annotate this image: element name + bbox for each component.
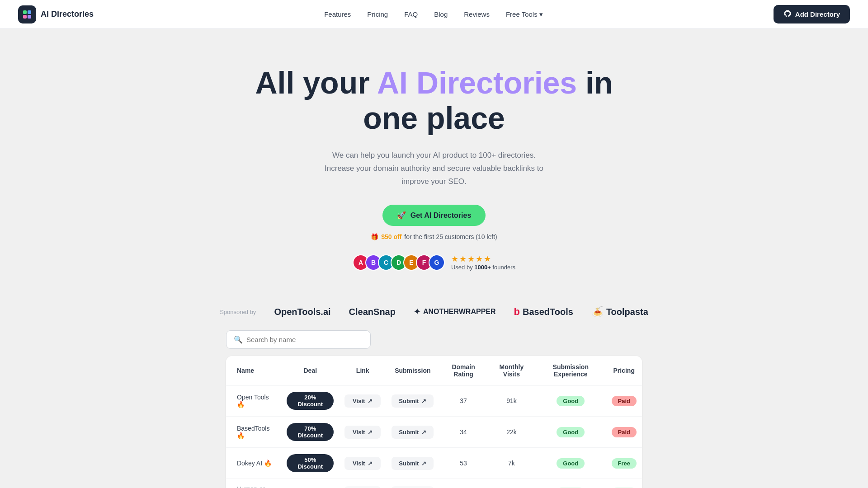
- add-directory-button[interactable]: Add Directory: [774, 5, 850, 23]
- sponsor-basedtools: b BasedTools: [514, 306, 573, 318]
- cell-monthly-visits: 7k: [488, 448, 535, 479]
- cell-experience: Good: [535, 448, 606, 479]
- pricing-badge: Free: [612, 458, 637, 469]
- search-input[interactable]: [246, 336, 363, 343]
- col-domain-rating: Domain Rating: [439, 356, 487, 385]
- cell-visit: Visit ↗: [339, 448, 386, 479]
- social-proof: ABCDEFG ★★★★★ Used by 1000+ founders: [240, 254, 628, 271]
- cell-submit: Submit ↗: [386, 417, 439, 448]
- deal-badge: 50% Discount: [287, 454, 334, 472]
- logo-link[interactable]: AI Directories: [18, 5, 94, 23]
- cell-pricing: Paid: [606, 417, 642, 448]
- cell-submit: Submit ↗: [386, 385, 439, 417]
- table-row: BasedTools 🔥70% DiscountVisit ↗Submit ↗3…: [226, 417, 642, 448]
- pricing-badge: Paid: [612, 427, 637, 437]
- directory-table: Name Deal Link Submission Domain Rating …: [226, 356, 642, 488]
- get-ai-directories-button[interactable]: 🚀 Get AI Directories: [382, 205, 486, 226]
- nav-reviews[interactable]: Reviews: [464, 10, 490, 18]
- cell-visit: Visit ↗: [339, 479, 386, 488]
- nav-free-tools[interactable]: Free Tools ▾: [506, 10, 543, 19]
- nav-features[interactable]: Features: [324, 10, 351, 18]
- gift-icon: 🎁: [371, 233, 378, 240]
- submit-button[interactable]: Submit ↗: [392, 457, 434, 470]
- col-monthly-visits: Monthly Visits: [488, 356, 535, 385]
- sponsor-opentools: OpenTools.ai: [274, 307, 330, 317]
- avatar: G: [429, 254, 445, 271]
- deal-badge: 70% Discount: [287, 423, 334, 441]
- navbar: AI Directories Features Pricing FAQ Blog…: [0, 0, 868, 29]
- cell-domain-rating: 37: [439, 385, 487, 417]
- cell-deal: 50% Discount: [281, 448, 339, 479]
- sponsor-toolpasta: 🍝 Toolpasta: [591, 306, 648, 318]
- cell-experience: Good: [535, 385, 606, 417]
- cell-pricing: Free: [606, 479, 642, 488]
- col-link: Link: [339, 356, 386, 385]
- nav-blog[interactable]: Blog: [434, 10, 448, 18]
- svg-rect-0: [23, 10, 27, 14]
- svg-rect-2: [23, 15, 27, 19]
- nav-faq[interactable]: FAQ: [404, 10, 418, 18]
- cell-name: Open Tools 🔥: [226, 385, 281, 417]
- logo-icon: [18, 5, 36, 23]
- svg-rect-3: [28, 15, 31, 19]
- rocket-icon: 🚀: [397, 211, 406, 220]
- founders-text: Used by 1000+ founders: [451, 264, 515, 271]
- cell-domain-rating: 35: [439, 479, 487, 488]
- external-link-icon: ↗: [421, 460, 426, 467]
- col-pricing: Pricing: [606, 356, 642, 385]
- external-link-icon: ↗: [421, 429, 426, 436]
- hero-subtitle: We can help you launch your AI product t…: [316, 149, 552, 188]
- experience-badge: Good: [557, 427, 585, 437]
- sponsor-cleansnap: CleanSnap: [349, 307, 396, 317]
- directory-table-section: 🔍 Name Deal Link Submission Domain Ratin…: [208, 330, 660, 488]
- search-box[interactable]: 🔍: [226, 330, 371, 349]
- col-name: Name: [226, 356, 281, 385]
- sponsored-by-label: Sponsored by: [220, 309, 256, 315]
- cell-monthly-visits: 22k: [488, 417, 535, 448]
- cell-deal: 20% Discount: [281, 385, 339, 417]
- submit-button[interactable]: Submit ↗: [392, 394, 434, 408]
- experience-badge: Good: [557, 458, 585, 469]
- cell-name: Human-or-Not: [226, 479, 281, 488]
- hero-section: All your AI Directories in one place We …: [231, 29, 637, 293]
- cell-name: Dokey AI 🔥: [226, 448, 281, 479]
- external-link-icon: ↗: [421, 398, 426, 404]
- external-link-icon: ↗: [368, 398, 373, 404]
- cell-deal: [281, 479, 339, 488]
- cell-visit: Visit ↗: [339, 417, 386, 448]
- avatar-group: ABCDEFG: [353, 254, 445, 271]
- nav-links: Features Pricing FAQ Blog Reviews Free T…: [324, 10, 543, 19]
- cell-monthly-visits: 50k: [488, 479, 535, 488]
- discount-row: 🎁 $50 off for the first 25 customers (10…: [240, 233, 628, 240]
- cell-visit: Visit ↗: [339, 385, 386, 417]
- cell-experience: Good: [535, 417, 606, 448]
- sponsor-anotherwrapper: ✦ ANOTHERWRAPPER: [414, 307, 496, 317]
- external-link-icon: ↗: [368, 460, 373, 467]
- cell-pricing: Paid: [606, 385, 642, 417]
- chevron-down-icon: ▾: [539, 10, 543, 19]
- table-row: Human-or-NotVisit ↗Submit ↗3550kGoodFree: [226, 479, 642, 488]
- table-row: Dokey AI 🔥50% DiscountVisit ↗Submit ↗537…: [226, 448, 642, 479]
- cell-domain-rating: 34: [439, 417, 487, 448]
- stars-info: ★★★★★ Used by 1000+ founders: [451, 254, 515, 271]
- visit-button[interactable]: Visit ↗: [344, 486, 381, 488]
- pricing-badge: Paid: [612, 396, 637, 406]
- visit-button[interactable]: Visit ↗: [344, 394, 381, 408]
- hero-title: All your AI Directories in one place: [240, 65, 628, 136]
- cell-pricing: Free: [606, 448, 642, 479]
- submit-button[interactable]: Submit ↗: [392, 426, 434, 439]
- search-icon: 🔍: [234, 335, 243, 344]
- cell-submit: Submit ↗: [386, 479, 439, 488]
- cell-domain-rating: 53: [439, 448, 487, 479]
- cell-submit: Submit ↗: [386, 448, 439, 479]
- col-submission: Submission: [386, 356, 439, 385]
- nav-pricing[interactable]: Pricing: [367, 10, 388, 18]
- logo-text: AI Directories: [41, 9, 94, 19]
- github-icon: [783, 9, 792, 19]
- visit-button[interactable]: Visit ↗: [344, 457, 381, 470]
- deal-badge: 20% Discount: [287, 392, 334, 410]
- submit-button[interactable]: Submit ↗: [392, 486, 434, 488]
- external-link-icon: ↗: [368, 429, 373, 436]
- visit-button[interactable]: Visit ↗: [344, 426, 381, 439]
- cell-experience: Good: [535, 479, 606, 488]
